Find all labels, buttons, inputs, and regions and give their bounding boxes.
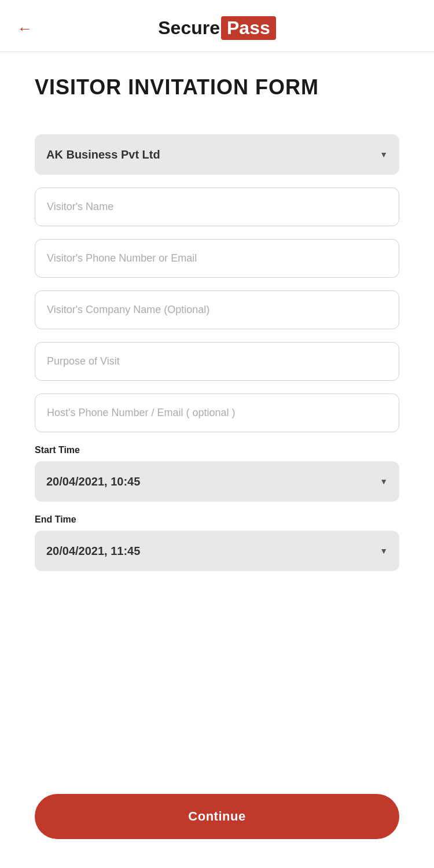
visitor-name-group [35, 187, 399, 226]
company-field-group: AK Business Pvt Ltd Other Company ▼ [35, 134, 399, 175]
start-time-select-wrapper: 20/04/2021, 10:45 20/04/2021, 11:00 20/0… [35, 461, 399, 502]
end-time-section: End Time 20/04/2021, 11:45 20/04/2021, 1… [35, 514, 399, 571]
end-time-label: End Time [35, 514, 399, 525]
company-select-wrapper: AK Business Pvt Ltd Other Company ▼ [35, 134, 399, 175]
end-time-select-wrapper: 20/04/2021, 11:45 20/04/2021, 12:00 20/0… [35, 531, 399, 571]
start-time-label: Start Time [35, 445, 399, 455]
visitor-company-input[interactable] [35, 290, 399, 329]
header: ← Secure Pass [0, 0, 434, 52]
footer: Continue [0, 782, 434, 868]
host-contact-group [35, 393, 399, 432]
main-content: VISITOR INVITATION FORM AK Business Pvt … [0, 52, 434, 782]
start-time-select[interactable]: 20/04/2021, 10:45 20/04/2021, 11:00 20/0… [35, 461, 399, 502]
start-time-section: Start Time 20/04/2021, 10:45 20/04/2021,… [35, 445, 399, 502]
purpose-group [35, 342, 399, 381]
page-title: VISITOR INVITATION FORM [35, 75, 399, 100]
continue-button[interactable]: Continue [35, 794, 399, 839]
logo-secure-text: Secure [158, 17, 220, 39]
back-button[interactable]: ← [17, 21, 32, 36]
company-select[interactable]: AK Business Pvt Ltd Other Company [35, 134, 399, 175]
end-time-select[interactable]: 20/04/2021, 11:45 20/04/2021, 12:00 20/0… [35, 531, 399, 571]
visitor-contact-group [35, 239, 399, 278]
logo-pass-text: Pass [221, 16, 276, 40]
visitor-name-input[interactable] [35, 187, 399, 226]
visitor-company-group [35, 290, 399, 329]
purpose-input[interactable] [35, 342, 399, 381]
host-contact-input[interactable] [35, 393, 399, 432]
app-logo: Secure Pass [158, 16, 275, 40]
visitor-contact-input[interactable] [35, 239, 399, 278]
